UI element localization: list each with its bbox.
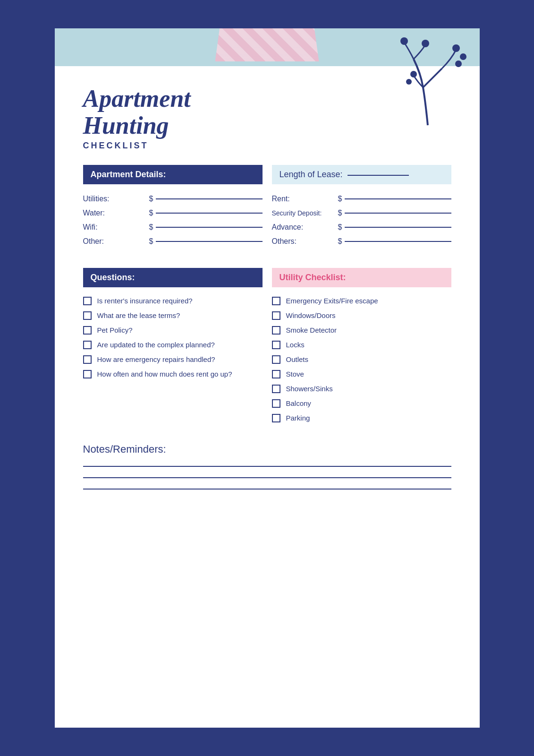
question-item-3: Pet Policy? [83, 325, 263, 335]
question-text-4: Are updated to the complex planned? [97, 340, 215, 350]
utility-item-5: Outlets [272, 354, 451, 364]
question-item-2: What are the lease terms? [83, 310, 263, 320]
security-deposit-label: Security Deposit: [272, 209, 338, 217]
notes-label: Notes/Reminders: [83, 443, 451, 455]
other-label: Other: [83, 237, 149, 246]
utilities-dollar: $ [149, 195, 153, 203]
questions-header: Questions: [83, 268, 263, 287]
water-dollar: $ [149, 209, 153, 217]
svg-point-3 [460, 53, 466, 60]
svg-point-0 [400, 37, 408, 45]
questions-utility-row: Questions: Is renter's insurance require… [83, 268, 451, 431]
other-field: Other: $ [83, 237, 263, 246]
rent-label: Rent: [272, 195, 338, 203]
question-checkbox-4[interactable] [83, 341, 92, 349]
utility-checkbox-3[interactable] [272, 326, 280, 335]
utility-text-7: Showers/Sinks [286, 384, 333, 394]
questions-list: Is renter's insurance required? What are… [83, 287, 263, 387]
question-checkbox-6[interactable] [83, 370, 92, 378]
utility-checkbox-5[interactable] [272, 355, 280, 364]
svg-point-1 [422, 40, 429, 47]
utility-text-8: Balcony [286, 398, 311, 408]
utility-item-9: Parking [272, 413, 451, 423]
advance-field: Advance: $ [272, 223, 451, 232]
title-section: Apartment Hunting CHECKLIST [83, 85, 451, 151]
notes-section: Notes/Reminders: [83, 443, 451, 490]
utilities-label: Utilities: [83, 195, 149, 203]
security-deposit-line [345, 213, 451, 214]
question-text-1: Is renter's insurance required? [97, 296, 193, 306]
lease-header: Length of Lease: [272, 165, 451, 184]
question-text-2: What are the lease terms? [97, 310, 180, 320]
utility-item-2: Windows/Doors [272, 310, 451, 320]
question-checkbox-1[interactable] [83, 297, 92, 305]
utility-section: Utility Checklist: Emergency Exits/Fire … [272, 268, 451, 431]
question-item-1: Is renter's insurance required? [83, 296, 263, 306]
utility-checkbox-1[interactable] [272, 297, 280, 305]
page-subtitle: CHECKLIST [83, 141, 451, 151]
wifi-dollar: $ [149, 223, 153, 232]
utility-item-7: Showers/Sinks [272, 384, 451, 394]
utility-item-1: Emergency Exits/Fire escape [272, 296, 451, 306]
advance-dollar: $ [338, 223, 342, 232]
utility-item-3: Smoke Detector [272, 325, 451, 335]
question-text-3: Pet Policy? [97, 325, 133, 335]
utility-text-4: Locks [286, 340, 305, 350]
note-line-3 [83, 489, 451, 490]
utility-item-8: Balcony [272, 398, 451, 408]
advance-label: Advance: [272, 223, 338, 232]
cost-fields: Rent: $ Security Deposit: $ Advance: $ [272, 184, 451, 256]
utility-text-1: Emergency Exits/Fire escape [286, 296, 378, 306]
utilities-field: Utilities: $ [83, 195, 263, 203]
others-label: Others: [272, 237, 338, 246]
other-dollar: $ [149, 237, 153, 246]
utility-checkbox-9[interactable] [272, 414, 280, 422]
utility-text-9: Parking [286, 413, 310, 423]
utility-checkbox-8[interactable] [272, 399, 280, 408]
details-lease-row: Apartment Details: Utilities: $ Water: $… [83, 165, 451, 256]
rent-field: Rent: $ [272, 195, 451, 203]
washi-tape-decoration [215, 28, 319, 61]
water-line [156, 213, 262, 214]
utility-checkbox-6[interactable] [272, 370, 280, 378]
others-dollar: $ [338, 237, 342, 246]
question-item-4: Are updated to the complex planned? [83, 340, 263, 350]
security-deposit-dollar: $ [338, 209, 342, 217]
page-title: Apartment Hunting [83, 85, 451, 139]
others-line [345, 241, 451, 242]
question-item-6: How often and how much does rent go up? [83, 369, 263, 379]
lease-value-line [348, 175, 409, 176]
water-label: Water: [83, 209, 149, 217]
utility-checkbox-7[interactable] [272, 385, 280, 393]
top-band [55, 28, 480, 66]
question-text-5: How are emergency repairs handled? [97, 354, 215, 364]
page: Apartment Hunting CHECKLIST Apartment De… [55, 28, 480, 728]
utility-checkbox-2[interactable] [272, 311, 280, 320]
apartment-details-header: Apartment Details: [83, 165, 263, 184]
apartment-fields: Utilities: $ Water: $ Wifi: $ [83, 184, 263, 256]
utility-text-5: Outlets [286, 354, 309, 364]
question-checkbox-5[interactable] [83, 355, 92, 364]
note-line-1 [83, 466, 451, 467]
utility-text-3: Smoke Detector [286, 325, 337, 335]
rent-line [345, 198, 451, 199]
questions-section: Questions: Is renter's insurance require… [83, 268, 263, 431]
utility-checkbox-4[interactable] [272, 341, 280, 349]
advance-line [345, 227, 451, 228]
utility-text-2: Windows/Doors [286, 310, 336, 320]
utility-item-4: Locks [272, 340, 451, 350]
wifi-line [156, 227, 262, 228]
wifi-field: Wifi: $ [83, 223, 263, 232]
question-checkbox-2[interactable] [83, 311, 92, 320]
svg-point-2 [452, 44, 460, 52]
apartment-details-section: Apartment Details: Utilities: $ Water: $… [83, 165, 263, 256]
others-field: Others: $ [272, 237, 451, 246]
note-line-2 [83, 477, 451, 478]
lease-costs-section: Length of Lease: Rent: $ Security Deposi… [272, 165, 451, 256]
question-item-5: How are emergency repairs handled? [83, 354, 263, 364]
question-checkbox-3[interactable] [83, 326, 92, 335]
rent-dollar: $ [338, 195, 342, 203]
water-field: Water: $ [83, 209, 263, 217]
utility-header: Utility Checklist: [272, 268, 451, 287]
question-text-6: How often and how much does rent go up? [97, 369, 232, 379]
